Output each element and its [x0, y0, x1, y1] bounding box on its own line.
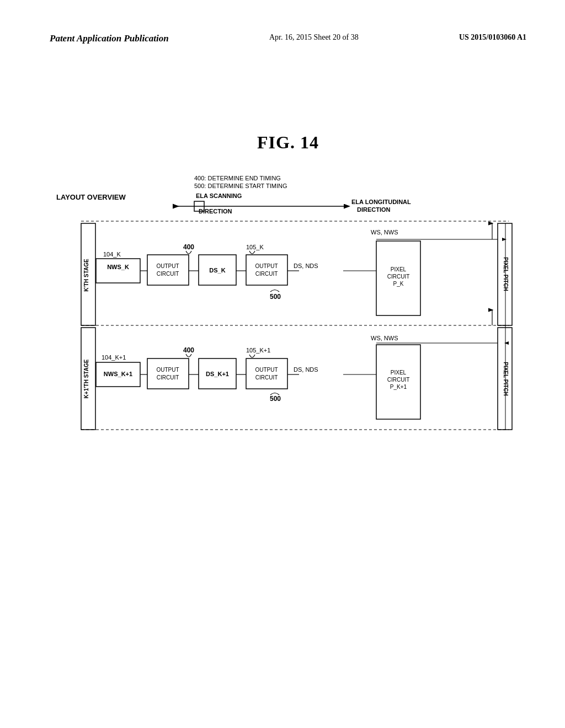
104k-label: 104_K [103, 251, 121, 258]
output-circuit-k2-label: OUTPUT [255, 263, 278, 269]
ela-scanning-direction: DIRECTION [199, 208, 232, 215]
publication-label: Patent Application Publication [50, 33, 169, 44]
105k1-label: 105_K+1 [246, 347, 270, 354]
svg-rect-9 [246, 255, 287, 285]
kth-stage-label: K'TH STAGE [83, 259, 89, 292]
ds-nds-k1-label: DS, NDS [294, 366, 318, 373]
svg-rect-23 [147, 358, 189, 389]
output-circuit-k12-label2: CIRCUIT [255, 374, 278, 381]
pixel-circuit-pk1-label2: CIRCUIT [387, 377, 410, 383]
pixel-circuit-pk-label3: P_K [393, 281, 404, 287]
diagram: LAYOUT OVERVIEW 400: DETERMINE END TIMIN… [51, 169, 525, 458]
ds-nds-k-label: DS, NDS [294, 263, 318, 269]
400k1-label: 400 [183, 346, 194, 354]
layout-overview-label: LAYOUT OVERVIEW [56, 193, 126, 201]
output-circuit-k2-label2: CIRCUIT [255, 271, 278, 277]
ela-scanning-label: ELA SCANNING [196, 192, 242, 199]
nwsk1-box: NWS_K+1 [104, 371, 132, 377]
pixel-circuit-pk-label: PIXEL [391, 266, 407, 272]
105k-label: 105_K [246, 244, 264, 250]
output-circuit-k1-label: OUTPUT [156, 367, 179, 373]
annotation-400: 400: DETERMINE END TIMING [194, 175, 281, 181]
pixel-circuit-pk1-label3: P_K+1 [390, 384, 407, 390]
500k-label: 500 [270, 293, 281, 301]
header: Patent Application Publication Apr. 16, … [50, 33, 526, 44]
output-circuit-k-label: OUTPUT [156, 263, 179, 269]
dsk-box: DS_K [209, 267, 225, 274]
output-circuit-k-label2: CIRCUIT [157, 271, 179, 277]
svg-rect-25 [246, 358, 287, 389]
svg-rect-6 [96, 259, 140, 283]
figure-title: FIG. 14 [50, 132, 526, 153]
pixel-circuit-pk-label2: CIRCUIT [387, 274, 410, 280]
ws-nws-k-label: WS, NWS [371, 229, 398, 235]
nwsk-box: NWS_K [107, 264, 129, 270]
ela-longitudinal-label: ELA LONGITUDINAL [351, 199, 411, 205]
sheet-info: Apr. 16, 2015 Sheet 20 of 38 [269, 33, 359, 42]
ws-nws-k1-label: WS, NWS [371, 335, 398, 341]
output-circuit-k12-label: OUTPUT [255, 367, 278, 373]
104k1-label: 104_K+1 [102, 354, 126, 361]
output-circuit-k1-label2: CIRCUIT [157, 374, 179, 381]
pixel-circuit-pk1-label: PIXEL [391, 370, 407, 376]
dsk1-box: DS_K+1 [206, 371, 229, 377]
ela-longitudinal-direction: DIRECTION [357, 206, 391, 213]
patent-number: US 2015/0103060 A1 [459, 33, 526, 42]
annotation-500: 500: DETERMINE START TIMING [194, 183, 287, 189]
400k-label: 400 [183, 243, 194, 251]
k1th-stage-label: K+1'TH STAGE [83, 359, 89, 398]
500k1-label: 500 [270, 395, 281, 403]
svg-rect-7 [147, 255, 189, 285]
page: Patent Application Publication Apr. 16, … [0, 0, 565, 728]
